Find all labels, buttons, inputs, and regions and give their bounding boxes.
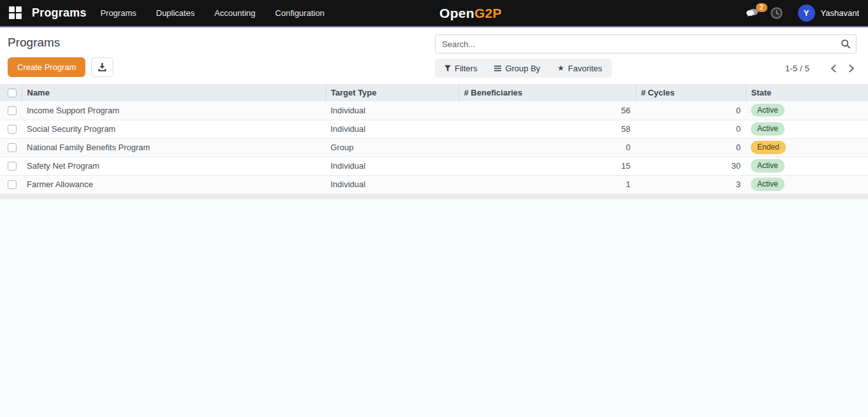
app-title: Programs <box>32 6 87 20</box>
column-header-beneficiaries[interactable]: # Beneficiaries <box>459 84 636 101</box>
cell-beneficiaries[interactable]: 15 <box>459 157 636 175</box>
row-checkbox[interactable] <box>8 162 17 171</box>
table-row[interactable]: Safety Net Program Individual 15 30 Acti… <box>0 157 868 175</box>
cell-state[interactable]: Active <box>746 101 868 120</box>
table-header-row: Name Target Type # Beneficiaries # Cycle… <box>0 84 868 101</box>
cell-target-type[interactable]: Individual <box>325 175 459 194</box>
cell-target-type[interactable]: Individual <box>325 101 459 120</box>
status-badge: Active <box>751 159 785 172</box>
apps-grid-square <box>16 13 22 19</box>
column-header-target-type[interactable]: Target Type <box>325 84 459 101</box>
cell-target-type[interactable]: Individual <box>325 120 459 138</box>
cell-name[interactable]: National Family Benefits Program <box>22 138 325 157</box>
programs-list-table: Name Target Type # Beneficiaries # Cycle… <box>0 84 868 194</box>
table-row[interactable]: Income Support Program Individual 56 0 A… <box>0 101 868 120</box>
row-select-cell <box>0 120 22 138</box>
menu-item-programs[interactable]: Programs <box>101 8 136 18</box>
cell-cycles[interactable]: 0 <box>636 120 746 138</box>
control-panel-right: Filters Group By ★ Favorites 1-5 / 5 <box>435 27 868 84</box>
pager-previous-button[interactable] <box>829 63 838 74</box>
cell-cycles[interactable]: 0 <box>636 101 746 120</box>
search-tools-row: Filters Group By ★ Favorites 1-5 / 5 <box>435 59 857 78</box>
row-checkbox[interactable] <box>8 125 17 134</box>
filter-funnel-icon <box>445 65 451 72</box>
filters-button[interactable]: Filters <box>445 64 477 73</box>
cell-name[interactable]: Farmer Allowance <box>22 175 325 194</box>
cell-name[interactable]: Safety Net Program <box>22 157 325 175</box>
row-select-cell <box>0 101 22 120</box>
cell-name[interactable]: Social Security Program <box>22 120 325 138</box>
chevron-left-icon <box>830 64 837 73</box>
clock-icon <box>770 6 783 20</box>
column-header-name[interactable]: Name <box>22 84 325 101</box>
search-box <box>435 34 857 53</box>
status-badge: Active <box>751 104 785 117</box>
pager: 1-5 / 5 <box>785 63 857 74</box>
pager-next-button[interactable] <box>847 63 857 74</box>
row-select-cell <box>0 175 22 194</box>
status-badge: Active <box>751 178 785 190</box>
cell-state[interactable]: Active <box>746 120 868 138</box>
cell-cycles[interactable]: 0 <box>636 138 746 157</box>
cell-beneficiaries[interactable]: 56 <box>459 101 636 120</box>
search-input[interactable] <box>435 34 857 53</box>
favorites-button[interactable]: ★ Favorites <box>557 64 602 73</box>
apps-grid-square <box>9 13 15 19</box>
breadcrumb-page-title: Programs <box>8 36 435 50</box>
export-button[interactable] <box>91 57 113 77</box>
cell-cycles[interactable]: 3 <box>636 175 746 194</box>
navbar-right: 2 Y Yashavant <box>745 4 859 22</box>
column-header-cycles[interactable]: # Cycles <box>636 84 746 101</box>
cell-target-type[interactable]: Individual <box>325 157 459 175</box>
group-by-bars-icon <box>494 66 501 71</box>
row-checkbox[interactable] <box>8 180 17 189</box>
apps-grid-square <box>16 6 22 12</box>
apps-grid-icon[interactable] <box>9 6 22 20</box>
cell-state[interactable]: Active <box>746 175 868 194</box>
row-checkbox[interactable] <box>8 143 17 152</box>
row-checkbox[interactable] <box>8 106 17 115</box>
openg2p-logo: OpenG2P <box>439 6 502 21</box>
chevron-right-icon <box>848 64 855 73</box>
logo-text-open: Open <box>439 6 474 20</box>
user-menu[interactable]: Y Yashavant <box>798 4 859 22</box>
messages-count-badge: 2 <box>756 3 767 12</box>
menu-item-accounting[interactable]: Accounting <box>215 8 255 18</box>
cell-target-type[interactable]: Group <box>325 138 459 157</box>
pager-range[interactable]: 1-5 / 5 <box>785 64 809 73</box>
download-icon <box>97 62 107 72</box>
cell-name[interactable]: Income Support Program <box>22 101 325 120</box>
select-all-checkbox[interactable] <box>8 88 17 97</box>
cell-beneficiaries[interactable]: 1 <box>459 175 636 194</box>
row-select-cell <box>0 157 22 175</box>
favorites-label: Favorites <box>568 64 602 73</box>
messages-icon[interactable]: 2 <box>745 7 760 20</box>
control-panel-left: Programs Create Program <box>0 27 435 84</box>
activities-clock-icon[interactable] <box>770 6 783 20</box>
table-end-divider <box>0 194 868 199</box>
cell-state[interactable]: Active <box>746 157 868 175</box>
user-name: Yashavant <box>821 8 859 18</box>
menu-item-duplicates[interactable]: Duplicates <box>156 8 195 18</box>
control-panel: Programs Create Program <box>0 27 868 84</box>
table-row[interactable]: Farmer Allowance Individual 1 3 Active <box>0 175 868 194</box>
main-menu: Programs Duplicates Accounting Configura… <box>101 8 325 18</box>
cell-beneficiaries[interactable]: 0 <box>459 138 636 157</box>
cell-cycles[interactable]: 30 <box>636 157 746 175</box>
group-by-label: Group By <box>505 64 540 73</box>
create-program-button[interactable]: Create Program <box>8 57 85 77</box>
filter-toolbar: Filters Group By ★ Favorites <box>435 59 612 78</box>
cell-state[interactable]: Ended <box>746 138 868 157</box>
menu-item-configuration[interactable]: Configuration <box>275 8 324 18</box>
avatar: Y <box>798 4 815 22</box>
top-navbar: Programs Programs Duplicates Accounting … <box>0 0 868 27</box>
group-by-button[interactable]: Group By <box>494 64 540 73</box>
cell-beneficiaries[interactable]: 58 <box>459 120 636 138</box>
star-icon: ★ <box>557 64 564 72</box>
column-header-state[interactable]: State <box>746 84 868 101</box>
apps-grid-square <box>9 6 15 12</box>
table-row[interactable]: National Family Benefits Program Group 0… <box>0 138 868 157</box>
row-select-cell <box>0 138 22 157</box>
table-row[interactable]: Social Security Program Individual 58 0 … <box>0 120 868 138</box>
search-icon[interactable] <box>841 39 851 52</box>
